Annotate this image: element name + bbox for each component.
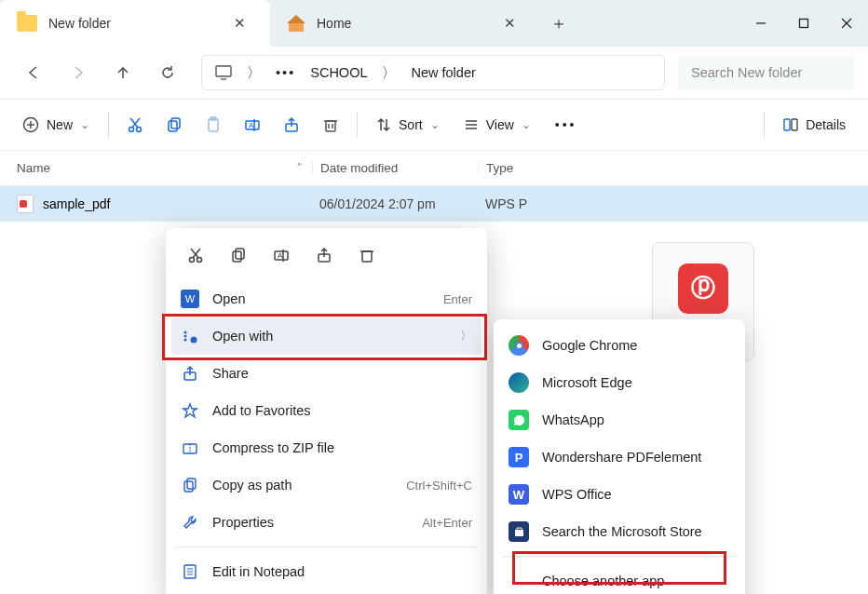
view-button[interactable]: View ⌄ <box>453 107 542 142</box>
chevron-down-icon: ⌄ <box>522 118 531 131</box>
svg-rect-28 <box>784 119 790 130</box>
star-icon <box>181 401 199 420</box>
share-button[interactable] <box>305 239 343 271</box>
new-button[interactable]: New ⌄ <box>11 107 101 142</box>
paste-button[interactable] <box>195 107 232 142</box>
svg-text:A: A <box>278 251 283 260</box>
tab-new-folder[interactable]: New folder ✕ <box>0 0 270 47</box>
svg-rect-55 <box>515 530 523 536</box>
refresh-button[interactable] <box>147 54 188 91</box>
app-microsoft-edge[interactable]: Microsoft Edge <box>499 364 739 401</box>
whatsapp-icon <box>509 410 529 430</box>
breadcrumb-part[interactable]: SCHOOL <box>310 65 367 80</box>
file-type: WPS P <box>478 196 868 211</box>
ellipsis-icon[interactable]: ••• <box>276 65 295 80</box>
app-wondershare-pdfelement[interactable]: P Wondershare PDFelement <box>499 439 739 476</box>
sort-button[interactable]: Sort ⌄ <box>365 107 451 142</box>
open-with-icon <box>181 327 199 345</box>
menu-open[interactable]: W Open Enter <box>171 280 481 317</box>
monitor-icon <box>215 65 232 80</box>
app-google-chrome[interactable]: Google Chrome <box>499 327 739 364</box>
up-button[interactable] <box>102 54 143 91</box>
back-button[interactable] <box>13 54 54 91</box>
column-headers: Name˄ Date modified Type <box>0 151 868 186</box>
svg-rect-35 <box>236 249 244 259</box>
column-type[interactable]: Type <box>478 161 868 175</box>
tab-home[interactable]: Home ✕ <box>270 0 540 47</box>
copy-button[interactable] <box>156 107 193 142</box>
nav-row: 〉 ••• SCHOOL 〉 New folder Search New fol… <box>0 47 868 99</box>
chevron-right-icon: 〉 <box>382 64 396 82</box>
delete-button[interactable] <box>348 239 386 271</box>
context-menu: A W Open Enter Open with 〉 Share Add to … <box>166 228 487 594</box>
menu-copy-path[interactable]: Copy as path Ctrl+Shift+C <box>171 466 481 504</box>
file-row[interactable]: sample_pdf 06/01/2024 2:07 pm WPS P <box>0 186 868 222</box>
svg-rect-34 <box>233 251 241 262</box>
close-icon[interactable]: ✕ <box>225 15 253 32</box>
rename-button[interactable]: A <box>234 107 271 142</box>
svg-point-43 <box>184 335 187 338</box>
delete-button[interactable] <box>312 107 349 142</box>
details-icon <box>783 117 798 132</box>
choose-another-app[interactable]: Choose another app <box>499 562 739 594</box>
address-bar[interactable]: 〉 ••• SCHOOL 〉 New folder <box>201 55 665 90</box>
svg-text:A: A <box>249 121 254 129</box>
menu-share[interactable]: Share <box>171 355 481 392</box>
new-label: New <box>47 117 73 132</box>
plus-circle-icon <box>22 116 39 133</box>
tab-label: New folder <box>48 16 111 31</box>
pdf-app-icon: ⓟ <box>678 263 728 314</box>
separator <box>108 112 109 138</box>
svg-rect-50 <box>187 479 196 489</box>
share-button[interactable] <box>273 107 310 142</box>
search-input[interactable]: Search New folder <box>678 55 855 90</box>
separator <box>357 112 358 138</box>
separator <box>175 547 478 547</box>
svg-point-42 <box>184 331 187 334</box>
toolbar: New ⌄ A Sort ⌄ View ⌄ ••• Details <box>0 99 868 151</box>
wps-icon: W <box>509 484 529 505</box>
more-button[interactable]: ••• <box>544 107 589 142</box>
sort-label: Sort <box>399 117 423 132</box>
titlebar: New folder ✕ Home ✕ ＋ <box>0 0 868 47</box>
store-icon <box>509 521 529 542</box>
minimize-button[interactable] <box>739 0 782 47</box>
app-microsoft-store[interactable]: Search the Microsoft Store <box>499 513 739 550</box>
wrench-icon <box>181 513 199 532</box>
file-name: sample_pdf <box>43 196 110 211</box>
menu-open-with[interactable]: Open with 〉 <box>171 317 481 355</box>
details-label: Details <box>806 117 846 132</box>
chevron-right-icon: 〉 <box>247 64 261 82</box>
copy-button[interactable] <box>220 239 257 271</box>
app-whatsapp[interactable]: WhatsApp <box>499 401 739 439</box>
rename-button[interactable]: A <box>263 239 300 271</box>
svg-rect-15 <box>209 119 218 131</box>
new-tab-button[interactable]: ＋ <box>540 0 577 47</box>
close-window-button[interactable] <box>825 0 868 47</box>
open-with-submenu: Google Chrome Microsoft Edge WhatsApp P … <box>494 319 745 594</box>
svg-rect-49 <box>184 481 193 492</box>
menu-compress[interactable]: Compress to ZIP file <box>171 429 481 466</box>
chevron-down-icon: ⌄ <box>430 118 440 131</box>
close-icon[interactable]: ✕ <box>495 15 523 32</box>
app-wps-office[interactable]: W WPS Office <box>499 476 739 513</box>
menu-properties[interactable]: Properties Alt+Enter <box>171 504 481 541</box>
menu-edit-notepad[interactable]: Edit in Notepad <box>171 553 481 590</box>
svg-rect-4 <box>216 66 231 76</box>
quick-actions: A <box>171 236 481 280</box>
column-date[interactable]: Date modified <box>312 161 478 175</box>
separator <box>503 556 736 557</box>
search-placeholder: Search New folder <box>691 65 802 80</box>
svg-rect-29 <box>792 119 797 130</box>
cut-button[interactable] <box>116 107 154 142</box>
view-icon <box>464 117 479 132</box>
pdf-file-icon <box>17 195 34 213</box>
column-name[interactable]: Name˄ <box>0 161 312 176</box>
breadcrumb-part[interactable]: New folder <box>411 65 475 80</box>
forward-button[interactable] <box>58 54 99 91</box>
maximize-button[interactable] <box>782 0 825 47</box>
details-button[interactable]: Details <box>772 107 857 142</box>
cut-button[interactable] <box>177 239 214 271</box>
menu-favorites[interactable]: Add to Favorites <box>171 392 481 429</box>
svg-rect-40 <box>362 251 372 262</box>
